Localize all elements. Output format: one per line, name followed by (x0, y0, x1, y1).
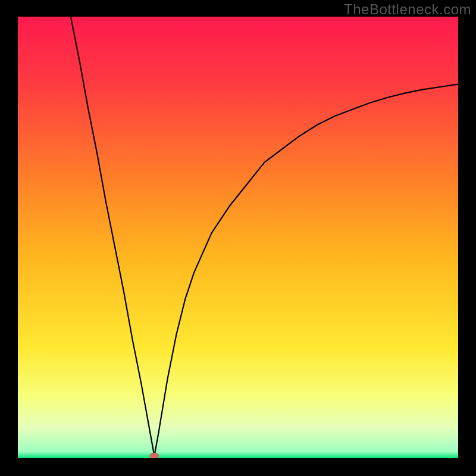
chart-frame: TheBottleneck.com (0, 0, 476, 476)
watermark-text: TheBottleneck.com (344, 1, 471, 18)
chart-svg (18, 17, 458, 458)
plot-area (18, 17, 458, 458)
